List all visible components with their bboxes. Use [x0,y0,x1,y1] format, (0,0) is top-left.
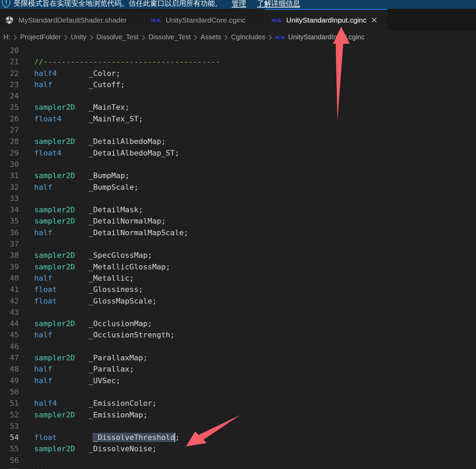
code-text: //--------------------------------------… [34,56,220,67]
line-number: 50 [0,386,19,398]
code-text: sampler2D _DetailAlbedoMap; [34,136,166,147]
line-number: 41 [0,284,19,295]
code-text: float _DissolveThreshold; [34,432,180,443]
code-line[interactable]: 25sampler2D _MainTex; [0,102,476,113]
code-text: sampler2D _DetailNormalMap; [34,215,166,227]
line-number: 32 [0,182,19,193]
code-line[interactable]: 56 [0,455,476,466]
breadcrumb-item[interactable]: H: [3,33,10,41]
code-line[interactable]: 34sampler2D _DetailMask; [0,204,476,215]
breadcrumb-item[interactable]: Dissolve_Test [149,33,191,41]
tab-label: UnityStandardInput.cginc [286,16,366,24]
code-line[interactable]: 47sampler2D _ParallaxMap; [0,352,476,363]
line-number: 56 [0,455,19,466]
line-number: 45 [0,329,19,340]
code-text: half4 _Color; [34,68,120,79]
line-number: 42 [0,295,19,307]
code-text: sampler2D _SpecGlossMap; [34,250,152,261]
code-line[interactable]: 35sampler2D _DetailNormalMap; [0,215,476,227]
code-line[interactable]: 53 [0,420,476,432]
code-line[interactable]: 24 [0,90,476,102]
line-number: 46 [0,341,19,352]
unity-icon [5,15,14,25]
line-number: 21 [0,56,19,67]
line-number: 37 [0,238,19,250]
code-line[interactable]: 42float _GlossMapScale; [0,295,476,307]
breadcrumb-item[interactable]: CgIncludes [231,33,265,41]
code-text: sampler2D _MetallicGlossMap; [34,261,170,272]
breadcrumb-item[interactable]: Assets [201,33,221,41]
code-line[interactable]: 36half _DetailNormalMapScale; [0,227,476,238]
code-line[interactable]: 26float4 _MainTex_ST; [0,113,476,124]
code-line[interactable]: 20 [0,45,476,56]
code-line[interactable]: 37 [0,238,476,250]
code-line[interactable]: 22half4 _Color; [0,68,476,79]
code-line[interactable]: 30 [0,159,476,170]
line-number: 25 [0,102,19,113]
code-text: float4 _MainTex_ST; [34,113,143,124]
breadcrumb-file[interactable]: UnityStandardInput.cginc [288,33,364,41]
breadcrumb-item[interactable]: Unity [71,33,87,41]
line-number: 24 [0,90,19,102]
line-number: 57 [0,466,19,469]
code-text: // [34,466,43,469]
code-line[interactable]: 27 [0,124,476,136]
code-line[interactable]: 31sampler2D _BumpMap; [0,170,476,181]
code-line[interactable]: 52sampler2D _EmissionMap; [0,409,476,420]
tab-unitystandardcore[interactable]: HLSL UnityStandardCore.cginc [144,9,265,30]
code-line[interactable]: 57// [0,466,476,469]
code-line[interactable]: 46 [0,341,476,352]
code-text: float _Glossiness; [34,284,143,295]
line-number: 53 [0,420,19,432]
code-line[interactable]: 33 [0,193,476,204]
manage-link[interactable]: 管理 [232,0,246,8]
line-number: 30 [0,159,19,170]
code-line[interactable]: 21//------------------------------------… [0,56,476,67]
line-number: 55 [0,443,19,454]
line-number: 40 [0,272,19,284]
code-text: half _Cutoff; [34,79,125,90]
code-line[interactable]: 28sampler2D _DetailAlbedoMap; [0,136,476,147]
tab-unitystandardinput-active[interactable]: HLSL UnityStandardInput.cginc [265,9,387,30]
code-text: sampler2D _OcclusionMap; [34,318,152,329]
code-line[interactable]: 29float4 _DetailAlbedoMap_ST; [0,147,476,159]
code-line[interactable]: 23half _Cutoff; [0,79,476,90]
code-line[interactable]: 40half _Metallic; [0,272,476,284]
breadcrumb: H:ProjectFolderUnityDissolve_TestDissolv… [0,30,476,44]
line-number: 49 [0,375,19,386]
code-line[interactable]: 48half _Parallax; [0,363,476,375]
line-number: 33 [0,193,19,204]
tab-mystandarddefaultshader[interactable]: MyStandardDefaultShader.shader [0,9,144,30]
breadcrumb-item[interactable]: Dissolve_Test [97,33,139,41]
code-text: half _Metallic; [34,272,134,284]
hlsl-icon: HLSL [151,18,161,23]
code-text: float _GlossMapScale; [34,295,157,307]
code-text: sampler2D _DissolveNoise; [34,443,157,454]
learn-more-link[interactable]: 了解详细信息 [257,0,300,8]
code-text: half _OcclusionStrength; [34,329,175,340]
code-line[interactable]: 49half _UVSec; [0,375,476,386]
code-text: half _UVSec; [34,375,120,386]
code-line[interactable]: 55sampler2D _DissolveNoise; [0,443,476,454]
code-line[interactable]: 39sampler2D _MetallicGlossMap; [0,261,476,272]
breadcrumb-item[interactable]: ProjectFolder [20,33,61,41]
code-line[interactable]: 44sampler2D _OcclusionMap; [0,318,476,329]
line-number: 35 [0,215,19,227]
line-number: 26 [0,113,19,124]
tab-label: UnityStandardCore.cginc [166,16,245,24]
tab-bar: MyStandardDefaultShader.shader HLSL Unit… [0,9,476,30]
code-line[interactable]: 38sampler2D _SpecGlossMap; [0,250,476,261]
code-line[interactable]: 45half _OcclusionStrength; [0,329,476,340]
line-number: 48 [0,363,19,375]
code-editor[interactable]: 2021//----------------------------------… [0,44,476,469]
code-line[interactable]: 43 [0,307,476,318]
code-text: half _DetailNormalMapScale; [34,227,188,238]
code-line[interactable]: 54float _DissolveThreshold; [0,432,476,443]
code-text: half _Parallax; [34,363,134,375]
code-line[interactable]: 41float _Glossiness; [0,284,476,295]
close-icon[interactable] [371,17,377,23]
code-line[interactable]: 32half _BumpScale; [0,182,476,193]
code-line[interactable]: 50 [0,386,476,398]
hlsl-icon: HLSL [272,18,282,23]
code-line[interactable]: 51half4 _EmissionColor; [0,398,476,409]
